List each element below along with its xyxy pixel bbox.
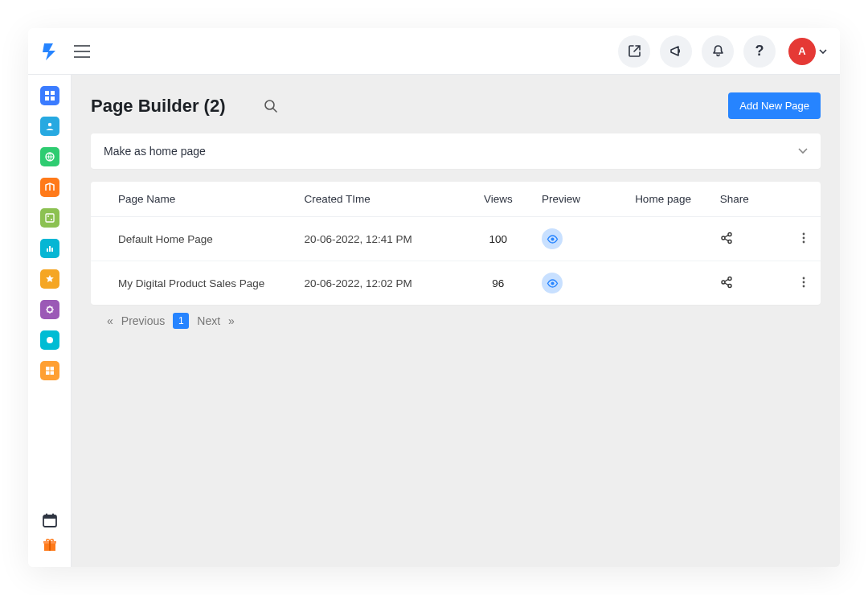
cell-name[interactable]: My Digital Product Sales Page [91, 261, 294, 306]
chevron-down-icon [798, 148, 808, 154]
sidebar-item-5[interactable] [40, 208, 59, 228]
cell-created: 20-06-2022, 12:41 PM [294, 217, 464, 261]
col-created: Created TIme [294, 182, 464, 217]
svg-rect-17 [50, 371, 54, 375]
svg-point-35 [722, 281, 725, 284]
announcements-button[interactable] [660, 35, 692, 68]
app-body: Page Builder (2) Add New Page Make as ho… [28, 75, 840, 567]
share-button[interactable] [720, 276, 733, 289]
svg-rect-24 [49, 541, 51, 551]
user-avatar[interactable]: A [788, 38, 816, 65]
svg-point-34 [728, 277, 731, 280]
table-row: My Digital Product Sales Page 20-06-2022… [91, 261, 821, 306]
svg-rect-1 [51, 91, 55, 95]
svg-point-13 [47, 337, 53, 343]
svg-rect-21 [52, 514, 54, 517]
pager-next[interactable]: Next [197, 314, 220, 327]
sidebar-item-3[interactable] [40, 147, 59, 166]
pager-prev[interactable]: Previous [121, 314, 165, 327]
help-button[interactable]: ? [743, 35, 776, 68]
svg-point-38 [802, 281, 805, 283]
row-menu-button[interactable] [796, 277, 811, 288]
svg-point-31 [802, 236, 805, 239]
svg-rect-15 [50, 367, 54, 371]
cell-name[interactable]: Default Home Page [91, 217, 294, 261]
make-home-panel[interactable]: Make as home page [91, 133, 821, 169]
cell-home [625, 217, 710, 261]
pager-last[interactable]: » [228, 314, 235, 327]
sidebar-item-9[interactable] [40, 330, 59, 350]
col-preview: Preview [532, 182, 625, 217]
svg-rect-2 [45, 96, 49, 101]
pager-page-1[interactable]: 1 [173, 313, 189, 329]
sidebar-item-6[interactable] [40, 239, 59, 258]
cell-created: 20-06-2022, 12:02 PM [294, 261, 464, 306]
calendar-icon[interactable] [42, 512, 58, 528]
svg-rect-10 [49, 246, 51, 252]
cell-views: 100 [465, 217, 532, 261]
col-share: Share [710, 182, 787, 217]
svg-rect-14 [46, 367, 50, 371]
svg-point-28 [722, 236, 725, 240]
svg-point-26 [551, 237, 554, 240]
svg-point-7 [47, 215, 49, 217]
svg-point-30 [802, 232, 805, 235]
user-menu-caret[interactable] [819, 49, 827, 54]
col-views: Views [465, 182, 532, 217]
sidebar-item-2[interactable] [40, 117, 59, 136]
cell-preview [532, 217, 625, 261]
svg-rect-3 [51, 96, 55, 101]
share-button[interactable] [720, 232, 733, 244]
svg-rect-19 [43, 515, 56, 519]
svg-point-29 [728, 240, 731, 243]
cell-share [710, 217, 787, 261]
svg-rect-6 [46, 214, 54, 222]
svg-point-4 [47, 123, 51, 126]
cell-share [710, 261, 787, 306]
app-frame: ? A [28, 28, 840, 567]
svg-rect-9 [47, 248, 48, 252]
svg-point-33 [551, 281, 554, 285]
main-content: Page Builder (2) Add New Page Make as ho… [72, 75, 840, 567]
svg-point-8 [51, 219, 52, 220]
svg-rect-20 [46, 514, 47, 517]
open-external-button[interactable] [618, 35, 650, 68]
col-home: Home page [625, 182, 710, 217]
notifications-button[interactable] [702, 35, 734, 68]
col-page-name: Page Name [91, 182, 294, 217]
sidebar-item-10[interactable] [40, 361, 59, 380]
cell-preview [532, 261, 625, 306]
svg-point-12 [47, 307, 51, 312]
preview-button[interactable] [542, 273, 563, 293]
svg-point-25 [265, 101, 274, 109]
sidebar-item-1[interactable] [40, 86, 59, 105]
svg-point-39 [802, 285, 805, 287]
pages-table: Page Name Created TIme Views Preview Hom… [91, 182, 821, 305]
table-row: Default Home Page 20-06-2022, 12:41 PM 1… [91, 217, 821, 261]
top-bar: ? A [28, 28, 840, 75]
menu-toggle[interactable] [68, 38, 96, 65]
svg-point-36 [728, 284, 731, 287]
sidebar-item-7[interactable] [40, 269, 59, 289]
make-home-label: Make as home page [104, 145, 206, 158]
svg-rect-0 [45, 91, 49, 95]
svg-rect-16 [46, 371, 50, 375]
page-title: Page Builder (2) [91, 96, 225, 117]
row-menu-button[interactable] [796, 232, 811, 244]
preview-button[interactable] [542, 228, 563, 249]
title-bar: Page Builder (2) Add New Page [91, 92, 821, 119]
gift-icon[interactable] [42, 536, 58, 552]
cell-views: 96 [465, 261, 532, 306]
col-actions [787, 182, 821, 217]
svg-point-32 [802, 240, 805, 243]
add-new-page-button[interactable]: Add New Page [728, 92, 821, 119]
sidebar-item-4[interactable] [40, 178, 59, 197]
app-logo[interactable] [36, 38, 63, 65]
search-icon[interactable] [264, 99, 278, 113]
svg-point-37 [802, 277, 805, 279]
svg-point-27 [728, 232, 731, 236]
sidebar [28, 75, 72, 567]
sidebar-item-8[interactable] [40, 300, 59, 319]
svg-rect-11 [51, 248, 53, 252]
pager-first[interactable]: « [107, 314, 113, 327]
